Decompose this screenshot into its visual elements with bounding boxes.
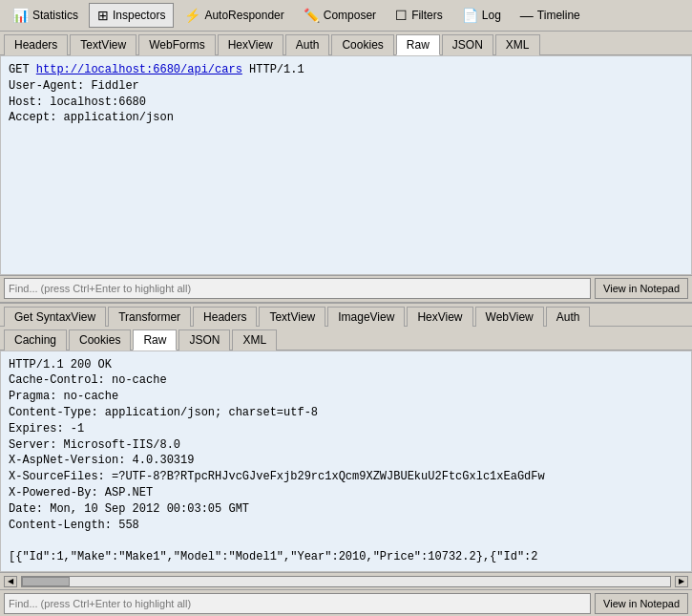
- toolbar-timeline[interactable]: — Timeline: [512, 3, 589, 28]
- response-view-notepad-button[interactable]: View in Notepad: [595, 593, 688, 614]
- tab-response-textview[interactable]: TextView: [259, 307, 325, 327]
- scroll-left-arrow[interactable]: ◀: [4, 576, 17, 587]
- tab-response-get-syntaxview[interactable]: Get SyntaxView: [4, 307, 106, 327]
- response-scrollbar[interactable]: ◀ ▶: [0, 572, 692, 589]
- tab-request-headers[interactable]: Headers: [4, 34, 68, 55]
- tab-response-imageview[interactable]: ImageView: [327, 307, 405, 327]
- autoresponder-icon: ⚡: [184, 8, 200, 23]
- toolbar-timeline-label: Timeline: [537, 9, 580, 22]
- timeline-icon: —: [520, 8, 534, 23]
- tab-request-auth[interactable]: Auth: [285, 34, 330, 55]
- request-panel: Headers TextView WebForms HexView Auth C…: [0, 32, 692, 304]
- request-find-input[interactable]: [4, 278, 591, 299]
- tab-request-textview[interactable]: TextView: [70, 34, 136, 55]
- tab-request-xml[interactable]: XML: [495, 34, 540, 55]
- scroll-right-arrow[interactable]: ▶: [675, 576, 688, 587]
- response-find-input[interactable]: [4, 593, 591, 614]
- tab-response-auth[interactable]: Auth: [546, 307, 591, 327]
- statistics-icon: 📊: [12, 8, 29, 23]
- toolbar-inspectors-label: Inspectors: [113, 9, 165, 22]
- toolbar-filters[interactable]: ☐ Filters: [387, 3, 451, 28]
- request-content-area: GET http://localhost:6680/api/cars HTTP/…: [0, 55, 692, 275]
- tab-response-transformer[interactable]: Transformer: [108, 307, 191, 327]
- toolbar-inspectors[interactable]: ⊞ Inspectors: [89, 3, 174, 28]
- response-content-area: HTTP/1.1 200 OK Cache-Control: no-cache …: [0, 350, 692, 572]
- toolbar-statistics[interactable]: 📊 Statistics: [4, 3, 87, 28]
- scroll-thumb[interactable]: [22, 577, 70, 586]
- composer-icon: ✏️: [304, 8, 320, 23]
- toolbar-autoresponder-label: AutoResponder: [204, 9, 283, 22]
- tab-response-json[interactable]: JSON: [178, 329, 230, 350]
- response-panel: Get SyntaxView Transformer Headers TextV…: [0, 304, 692, 616]
- tab-response-caching[interactable]: Caching: [4, 329, 67, 350]
- toolbar-log-label: Log: [482, 9, 501, 22]
- tab-response-hexview[interactable]: HexView: [407, 307, 472, 327]
- response-tab-row1: Get SyntaxView Transformer Headers TextV…: [0, 304, 692, 327]
- request-find-bar: View in Notepad: [0, 275, 692, 302]
- request-view-notepad-button[interactable]: View in Notepad: [595, 278, 688, 299]
- tab-response-cookies[interactable]: Cookies: [69, 329, 131, 350]
- toolbar-filters-label: Filters: [411, 9, 443, 22]
- tab-response-webview[interactable]: WebView: [475, 307, 544, 327]
- response-tab-row2: Caching Cookies Raw JSON XML: [0, 327, 692, 350]
- toolbar: 📊 Statistics ⊞ Inspectors ⚡ AutoResponde…: [0, 0, 692, 32]
- tab-response-headers[interactable]: Headers: [193, 307, 257, 327]
- request-url-link[interactable]: http://localhost:6680/api/cars: [36, 63, 242, 76]
- inspectors-icon: ⊞: [97, 8, 109, 23]
- log-icon: 📄: [462, 8, 478, 23]
- response-find-bar: View in Notepad: [0, 589, 692, 616]
- tab-request-cookies[interactable]: Cookies: [331, 34, 393, 55]
- request-tab-row: Headers TextView WebForms HexView Auth C…: [0, 32, 692, 55]
- scroll-track[interactable]: [21, 576, 671, 587]
- tab-request-hexview[interactable]: HexView: [218, 34, 283, 55]
- filters-icon: ☐: [395, 8, 408, 23]
- tab-request-json[interactable]: JSON: [442, 34, 493, 55]
- tab-request-webforms[interactable]: WebForms: [138, 34, 215, 55]
- toolbar-composer[interactable]: ✏️ Composer: [295, 3, 385, 28]
- toolbar-log[interactable]: 📄 Log: [453, 3, 510, 28]
- tab-response-xml[interactable]: XML: [232, 329, 277, 350]
- toolbar-composer-label: Composer: [324, 9, 376, 22]
- toolbar-autoresponder[interactable]: ⚡ AutoResponder: [176, 3, 292, 28]
- tab-request-raw[interactable]: Raw: [396, 34, 440, 55]
- main-container: Headers TextView WebForms HexView Auth C…: [0, 32, 692, 616]
- tab-response-raw[interactable]: Raw: [133, 329, 177, 350]
- toolbar-statistics-label: Statistics: [32, 9, 78, 22]
